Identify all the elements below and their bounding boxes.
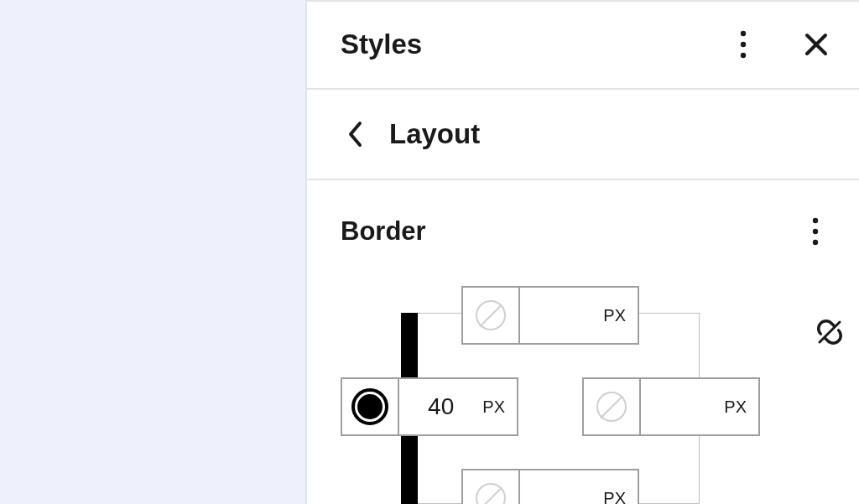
chevron-left-icon bbox=[347, 121, 362, 148]
close-icon bbox=[804, 32, 829, 57]
border-left-color[interactable] bbox=[342, 379, 399, 434]
no-color-icon bbox=[596, 392, 627, 422]
color-swatch-icon bbox=[351, 388, 388, 425]
panel-title: Styles bbox=[341, 29, 422, 60]
border-top-color[interactable] bbox=[463, 288, 520, 343]
unlink-sides-button[interactable] bbox=[804, 306, 856, 358]
svg-point-5 bbox=[813, 218, 818, 223]
border-left-unit[interactable]: PX bbox=[482, 397, 517, 417]
styles-panel: Styles Layout bbox=[305, 0, 859, 504]
section-title: Border bbox=[341, 216, 426, 247]
border-top-unit[interactable]: PX bbox=[603, 306, 638, 325]
panel-menu-button[interactable] bbox=[733, 23, 753, 65]
border-left-input[interactable]: PX bbox=[341, 377, 518, 436]
border-right-unit[interactable]: PX bbox=[724, 397, 758, 417]
border-right-input[interactable]: PX bbox=[582, 377, 760, 436]
border-right-value[interactable] bbox=[641, 393, 724, 420]
header-actions bbox=[733, 23, 836, 65]
border-control: PX PX PX bbox=[341, 286, 825, 504]
more-vertical-icon bbox=[740, 30, 747, 59]
border-section: Border PX bbox=[307, 180, 859, 504]
border-bottom-value[interactable] bbox=[520, 485, 603, 504]
border-left-value[interactable] bbox=[399, 393, 482, 420]
border-bottom-input[interactable]: PX bbox=[461, 469, 639, 504]
panel-header: Styles bbox=[307, 2, 859, 90]
section-header: Border bbox=[341, 210, 825, 252]
border-bottom-color[interactable] bbox=[463, 470, 520, 504]
more-vertical-icon bbox=[812, 217, 819, 246]
svg-point-6 bbox=[813, 229, 818, 234]
close-button[interactable] bbox=[797, 25, 836, 64]
border-box-visual: PX PX PX bbox=[341, 286, 760, 504]
border-bottom-unit[interactable]: PX bbox=[603, 489, 638, 505]
border-top-input[interactable]: PX bbox=[461, 286, 639, 345]
svg-point-2 bbox=[741, 53, 746, 58]
canvas-area bbox=[0, 0, 305, 504]
svg-point-0 bbox=[741, 31, 746, 36]
svg-line-8 bbox=[820, 322, 840, 342]
no-color-icon bbox=[476, 300, 506, 330]
breadcrumb-label: Layout bbox=[389, 118, 480, 150]
section-menu-button[interactable] bbox=[805, 210, 825, 252]
border-top-value[interactable] bbox=[520, 302, 603, 329]
breadcrumb: Layout bbox=[307, 90, 859, 180]
border-right-color[interactable] bbox=[584, 379, 641, 434]
svg-point-1 bbox=[741, 42, 746, 47]
back-button[interactable] bbox=[341, 114, 369, 154]
unlink-icon bbox=[810, 313, 849, 351]
svg-point-7 bbox=[813, 240, 818, 245]
no-color-icon bbox=[476, 483, 506, 504]
